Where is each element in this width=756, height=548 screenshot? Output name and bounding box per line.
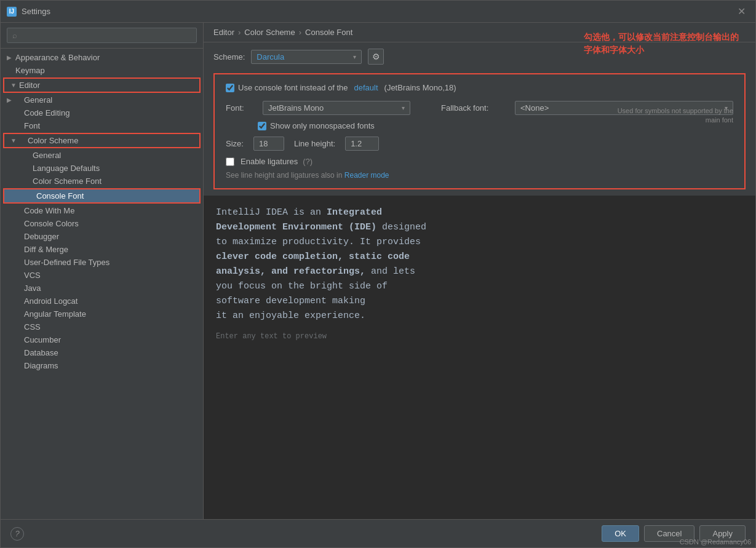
sidebar-item-android-logcat[interactable]: Android Logcat bbox=[1, 295, 203, 308]
breadcrumb-sep-2: › bbox=[299, 28, 301, 37]
preview-line-4: clever code completion, static code bbox=[216, 250, 743, 264]
sidebar-item-angular-template[interactable]: Angular Template bbox=[1, 308, 203, 320]
breadcrumb-sep-1: › bbox=[238, 28, 241, 37]
fallback-note: Used for symbols not supported by the ma… bbox=[610, 106, 733, 125]
preview-placeholder: Enter any text to preview bbox=[216, 331, 743, 343]
sidebar-item-database[interactable]: Database bbox=[1, 346, 203, 359]
content-area: ▶ Appearance & Behavior Keymap ▼ Editor bbox=[1, 23, 755, 519]
sidebar-item-label: General bbox=[24, 95, 52, 105]
search-input[interactable] bbox=[7, 28, 197, 43]
scheme-label: Scheme: bbox=[213, 52, 245, 62]
sidebar-item-label: Console Colors bbox=[24, 219, 79, 228]
sidebar-item-appearance[interactable]: ▶ Appearance & Behavior bbox=[1, 51, 203, 64]
expand-arrow: ▶ bbox=[7, 97, 15, 103]
sidebar-item-keymap[interactable]: Keymap bbox=[1, 64, 203, 77]
sidebar-item-debugger[interactable]: Debugger bbox=[1, 230, 203, 243]
preview-line-6: you focus on the bright side of bbox=[216, 279, 743, 294]
preview-line-8: it an enjoyable experience. bbox=[216, 309, 743, 324]
sidebar-item-label: VCS bbox=[24, 271, 41, 280]
sidebar-item-label: Diagrams bbox=[24, 361, 58, 370]
sidebar-item-label: Keymap bbox=[15, 66, 45, 75]
use-console-label: Use console font instead of the bbox=[238, 83, 348, 92]
expand-arrow: ▼ bbox=[10, 137, 19, 144]
size-label: Size: bbox=[226, 139, 244, 148]
gear-button[interactable]: ⚙ bbox=[368, 49, 384, 65]
scheme-value: Darcula bbox=[257, 52, 284, 62]
default-font-info: (JetBrains Mono,18) bbox=[384, 83, 456, 92]
sidebar-item-font[interactable]: Font bbox=[1, 119, 203, 132]
sidebar-item-code-editing[interactable]: Code Editing bbox=[1, 106, 203, 119]
sidebar-item-editor[interactable]: ▼ Editor bbox=[4, 79, 199, 92]
help-icon[interactable]: (?) bbox=[303, 157, 312, 166]
search-box bbox=[1, 23, 203, 49]
sidebar-item-label: Debugger bbox=[24, 232, 59, 241]
ligatures-row: Enable ligatures (?) bbox=[226, 157, 733, 166]
expand-arrow: ▼ bbox=[10, 82, 19, 89]
ok-button[interactable]: OK bbox=[602, 525, 639, 542]
close-button[interactable]: ✕ bbox=[734, 4, 749, 18]
preview-line-2: Development Environment (IDE) designed bbox=[216, 220, 743, 235]
use-console-checkbox[interactable] bbox=[226, 84, 234, 92]
sidebar-item-user-file-types[interactable]: User-Defined File Types bbox=[1, 256, 203, 269]
sidebar-item-label: Android Logcat bbox=[24, 296, 78, 306]
sidebar-item-label: Java bbox=[24, 284, 41, 293]
sidebar-item-color-scheme[interactable]: ▼ Color Scheme bbox=[4, 134, 199, 147]
preview-area[interactable]: IntelliJ IDEA is an Integrated Developme… bbox=[204, 196, 755, 519]
chevron-down-icon: ▾ bbox=[402, 105, 405, 111]
reader-mode-text: See line height and ligatures also in bbox=[226, 171, 342, 180]
sidebar-item-label: CSS bbox=[24, 322, 41, 332]
ligatures-checkbox[interactable] bbox=[226, 157, 234, 166]
sidebar-item-label: Color Scheme Font bbox=[33, 177, 101, 186]
sidebar-item-console-colors[interactable]: Console Colors bbox=[1, 217, 203, 230]
font-select[interactable]: JetBrains Mono ▾ bbox=[263, 101, 410, 115]
options-box: Use console font instead of the default … bbox=[213, 73, 746, 189]
sidebar-item-label: Appearance & Behavior bbox=[15, 53, 100, 62]
breadcrumb: Editor › Color Scheme › Console Font 勾选他… bbox=[204, 23, 755, 42]
size-input[interactable] bbox=[253, 137, 284, 151]
font-label: Font: bbox=[226, 103, 250, 113]
sidebar-item-diagrams[interactable]: Diagrams bbox=[1, 359, 203, 372]
sidebar-item-label: Code With Me bbox=[24, 206, 74, 215]
sidebar-item-vcs[interactable]: VCS bbox=[1, 269, 203, 282]
sidebar-item-label: Color Scheme bbox=[28, 136, 78, 145]
sidebar-item-java[interactable]: Java bbox=[1, 282, 203, 295]
sidebar-item-cs-general[interactable]: General bbox=[1, 149, 203, 162]
sidebar-item-cucumber[interactable]: Cucumber bbox=[1, 333, 203, 346]
ligatures-label: Enable ligatures bbox=[241, 157, 298, 166]
line-height-input[interactable] bbox=[345, 137, 379, 151]
default-link[interactable]: default bbox=[354, 83, 378, 92]
monospaced-checkbox[interactable] bbox=[258, 122, 266, 130]
breadcrumb-part-2[interactable]: Color Scheme bbox=[244, 28, 295, 37]
sidebar-item-general[interactable]: ▶ General bbox=[1, 93, 203, 106]
help-button[interactable]: ? bbox=[10, 527, 24, 541]
reader-mode-row: See line height and ligatures also in Re… bbox=[226, 171, 733, 180]
scheme-select[interactable]: Darcula ▾ bbox=[251, 50, 362, 64]
sidebar-item-label: Code Editing bbox=[24, 108, 70, 117]
sidebar-item-label: Editor bbox=[19, 81, 40, 90]
sidebar: ▶ Appearance & Behavior Keymap ▼ Editor bbox=[1, 23, 204, 519]
main-panel: Editor › Color Scheme › Console Font 勾选他… bbox=[204, 23, 755, 519]
sidebar-item-label: Language Defaults bbox=[33, 164, 100, 173]
breadcrumb-part-1[interactable]: Editor bbox=[213, 28, 234, 37]
sidebar-item-label: Font bbox=[24, 121, 40, 130]
sidebar-item-code-with-me[interactable]: Code With Me bbox=[1, 204, 203, 217]
sidebar-item-console-font[interactable]: Console Font bbox=[4, 189, 199, 202]
reader-mode-link[interactable]: Reader mode bbox=[344, 171, 389, 180]
window-title: Settings bbox=[22, 7, 734, 16]
sidebar-item-label: General bbox=[33, 151, 61, 160]
sidebar-item-language-defaults[interactable]: Language Defaults bbox=[1, 162, 203, 175]
fallback-font-label: Fallback font: bbox=[441, 103, 503, 113]
sidebar-item-color-scheme-font[interactable]: Color Scheme Font bbox=[1, 175, 203, 188]
sidebar-item-label: Cucumber bbox=[24, 335, 61, 344]
sidebar-item-diff-merge[interactable]: Diff & Merge bbox=[1, 243, 203, 256]
monospaced-label: Show only monospaced fonts bbox=[270, 121, 375, 130]
chevron-down-icon: ▾ bbox=[353, 54, 356, 60]
size-row: Size: Line height: bbox=[226, 137, 733, 151]
sidebar-item-label: Angular Template bbox=[24, 309, 86, 319]
sidebar-item-css[interactable]: CSS bbox=[1, 320, 203, 333]
sidebar-item-label: Database bbox=[24, 348, 58, 357]
expand-arrow: ▶ bbox=[7, 54, 15, 61]
preview-line-5: analysis, and refactorings, and lets bbox=[216, 264, 743, 279]
use-console-row: Use console font instead of the default … bbox=[226, 83, 733, 92]
sidebar-item-label: Console Font bbox=[36, 191, 84, 201]
